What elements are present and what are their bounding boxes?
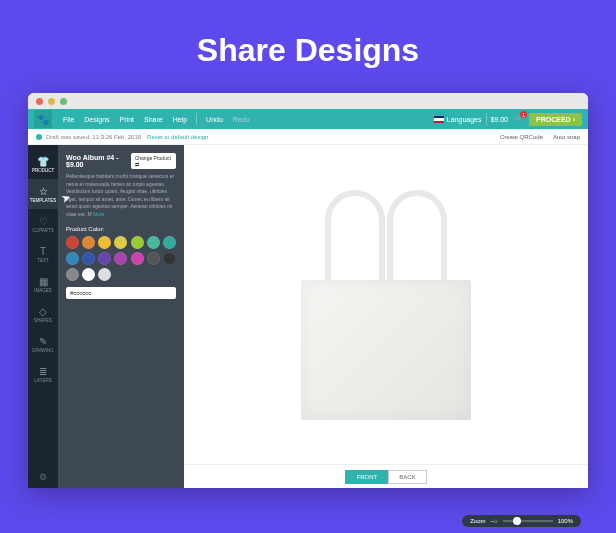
color-swatch[interactable] xyxy=(98,268,111,281)
color-swatch[interactable] xyxy=(98,252,111,265)
app-logo[interactable]: 🐾 xyxy=(34,110,52,128)
undo-button[interactable]: Undo xyxy=(201,116,228,123)
create-qrcode-link[interactable]: Create QRCode xyxy=(500,134,543,140)
settings-button[interactable]: ⚙ xyxy=(39,472,47,482)
pencil-icon: ✎ xyxy=(39,336,47,347)
tool-cliparts[interactable]: ♡CLIPARTS xyxy=(28,209,58,239)
window-close-dot[interactable] xyxy=(36,98,43,105)
grid-icon: ▦ xyxy=(39,276,48,287)
flag-icon xyxy=(434,116,444,123)
language-label: Languages xyxy=(447,116,482,123)
tool-drawing[interactable]: ✎DRAWING xyxy=(28,329,58,359)
color-swatch[interactable] xyxy=(66,252,79,265)
color-swatch[interactable] xyxy=(82,236,95,249)
canvas-bottombar: FRONT BACK xyxy=(184,464,588,488)
color-swatch[interactable] xyxy=(82,252,95,265)
auto-snap-toggle[interactable]: Auto snap xyxy=(553,134,580,140)
shirt-icon: 👕 xyxy=(37,156,49,167)
color-label: Product Color: xyxy=(66,226,176,232)
cart-button[interactable]: 🛒 1 xyxy=(514,115,523,123)
tool-images[interactable]: ▦IMAGES xyxy=(28,269,58,299)
canvas-area: FRONT BACK xyxy=(184,145,588,488)
color-swatch[interactable] xyxy=(114,252,127,265)
diamond-icon: ◇ xyxy=(39,306,47,317)
menu-designs[interactable]: Designs xyxy=(79,116,114,123)
color-swatch[interactable] xyxy=(131,236,144,249)
product-description: Pellentesque habitant morbi tristique se… xyxy=(66,173,176,218)
proceed-button[interactable]: PROCEED› xyxy=(529,113,582,126)
view-tab-front[interactable]: FRONT xyxy=(345,470,388,484)
tool-text[interactable]: TTEXT xyxy=(28,239,58,269)
window-max-dot[interactable] xyxy=(60,98,67,105)
menu-help[interactable]: Help xyxy=(168,116,192,123)
view-tab-back[interactable]: BACK xyxy=(388,470,426,484)
menu-file[interactable]: File xyxy=(58,116,79,123)
layers-icon: ≣ xyxy=(39,366,47,377)
redo-button[interactable]: Redo xyxy=(228,116,255,123)
tool-templates[interactable]: ☆TEMPLATES xyxy=(28,179,58,209)
status-dot-icon xyxy=(36,134,42,140)
change-product-button[interactable]: Change Product ⇄ xyxy=(131,153,176,169)
color-swatch[interactable] xyxy=(163,252,176,265)
color-swatch[interactable] xyxy=(147,252,160,265)
color-swatch[interactable] xyxy=(147,236,160,249)
browser-chrome xyxy=(28,93,588,109)
product-panel: Woo Album #4 - $9.00 Change Product ⇄ Pe… xyxy=(58,145,184,488)
chevron-right-icon: › xyxy=(573,116,575,123)
tool-shapes[interactable]: ◇SHAPES xyxy=(28,299,58,329)
text-icon: T xyxy=(40,246,46,257)
color-swatch[interactable] xyxy=(114,236,127,249)
color-swatch[interactable] xyxy=(82,268,95,281)
more-link[interactable]: More xyxy=(93,211,104,217)
color-swatch[interactable] xyxy=(98,236,111,249)
menubar: 🐾 File Designs Print Share Help Undo Red… xyxy=(28,109,588,129)
hex-input[interactable] xyxy=(66,287,176,299)
language-selector[interactable]: Languages xyxy=(434,116,482,123)
color-swatch[interactable] xyxy=(163,236,176,249)
cart-badge: 1 xyxy=(520,111,527,118)
tool-layers[interactable]: ≣LAYERS xyxy=(28,359,58,389)
color-swatches xyxy=(66,236,176,281)
menu-print[interactable]: Print xyxy=(115,116,139,123)
color-swatch[interactable] xyxy=(131,252,144,265)
gear-icon: ⚙ xyxy=(39,472,47,482)
color-swatch[interactable] xyxy=(66,236,79,249)
color-swatch[interactable] xyxy=(66,268,79,281)
window-min-dot[interactable] xyxy=(48,98,55,105)
hero-title: Share Designs xyxy=(197,32,419,69)
menu-share[interactable]: Share xyxy=(139,116,168,123)
app-window: 🐾 File Designs Print Share Help Undo Red… xyxy=(28,93,588,488)
star-icon: ☆ xyxy=(39,186,48,197)
tool-product[interactable]: 👕PRODUCT xyxy=(28,149,58,179)
product-preview xyxy=(291,190,481,420)
heart-icon: ♡ xyxy=(39,216,48,227)
product-title: Woo Album #4 - $9.00 xyxy=(66,154,131,168)
reset-link[interactable]: Reset to default design xyxy=(147,134,208,140)
price-display: $9.00 xyxy=(491,116,509,123)
design-canvas[interactable] xyxy=(184,145,588,464)
tool-iconbar: 👕PRODUCT ☆TEMPLATES ♡CLIPARTS TTEXT ▦IMA… xyxy=(28,145,58,488)
status-bar: Draft was saved: 11:3:26 Feb, 2018 Reset… xyxy=(28,129,588,145)
saved-status: Draft was saved: 11:3:26 Feb, 2018 xyxy=(46,134,141,140)
